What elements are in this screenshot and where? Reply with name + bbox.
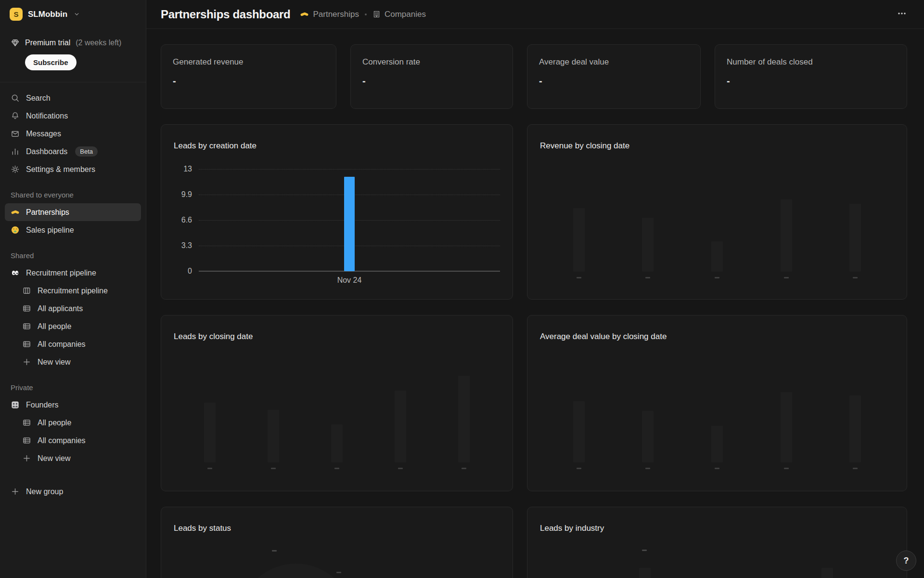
sidebar-item-founders[interactable]: Founders: [5, 396, 141, 414]
data-bar: [344, 177, 355, 271]
placeholder-bar: [573, 208, 585, 272]
workspace-switcher[interactable]: S SLMobbin: [0, 0, 146, 28]
placeholder-dash: [645, 277, 650, 278]
chevron-down-icon: [74, 11, 80, 17]
dashboard-content: Generated revenue-Conversion rate-Averag…: [146, 29, 924, 578]
sidebar-item-new-view[interactable]: New view: [16, 353, 141, 371]
table-icon: [22, 340, 31, 349]
placeholder-donut: [238, 564, 354, 578]
sidebar-item-settings-members[interactable]: Settings & members: [5, 160, 141, 178]
handshake-icon: [11, 208, 20, 217]
placeholder-bar: [849, 204, 861, 272]
placeholder-bar: [268, 410, 279, 462]
y-axis-tick: 6.6: [161, 216, 192, 224]
building-icon: [372, 10, 381, 18]
placeholder-bar: [639, 568, 651, 578]
board-icon: [22, 286, 31, 295]
placeholder-dash: [715, 468, 719, 469]
placeholder-dash: [645, 468, 650, 469]
placeholder-bar: [204, 403, 216, 462]
chart-title: Leads by industry: [540, 524, 604, 533]
page-title: Partnerships dashboard: [161, 8, 290, 21]
money-face-icon: [11, 225, 20, 235]
section-items: Recruitment pipelineRecruitment pipeline…: [0, 264, 146, 371]
sidebar-item-label: Search: [26, 94, 51, 103]
sidebar-item-messages[interactable]: Messages: [5, 125, 141, 143]
ellipsis-icon: [897, 9, 907, 20]
sidebar-item-recruitment-pipeline[interactable]: Recruitment pipeline: [16, 282, 141, 300]
placeholder-bar: [821, 568, 833, 578]
sidebar-item-label: Dashboards: [26, 147, 67, 156]
new-group-button[interactable]: New group: [5, 483, 141, 500]
chart-card-leads-by-creation-date: Leads by creation date 139.96.63.30Nov 2…: [161, 124, 513, 300]
founders-icon: [11, 400, 20, 409]
new-group-label: New group: [26, 487, 63, 496]
chart-card-leads-by-closing-date: Leads by closing date: [161, 315, 513, 491]
metric-label: Conversion rate: [362, 57, 501, 67]
sidebar-item-label: Founders: [26, 401, 59, 409]
sidebar-item-label: Messages: [26, 130, 61, 138]
y-axis-tick: 0: [161, 267, 192, 276]
chart-card-average-deal-value-by-closing-date: Average deal value by closing date: [527, 315, 907, 491]
metric-card-generated-revenue: Generated revenue-: [161, 44, 336, 109]
trial-title: Premium trial: [25, 39, 70, 47]
more-options-button[interactable]: [894, 6, 910, 23]
sidebar-item-search[interactable]: Search: [5, 89, 141, 107]
gridline: [199, 169, 500, 170]
sidebar-item-dashboards[interactable]: DashboardsBeta: [5, 143, 141, 160]
workspace-logo: S: [10, 8, 23, 21]
sidebar-item-all-companies[interactable]: All companies: [16, 335, 141, 353]
sidebar-item-notifications[interactable]: Notifications: [5, 107, 141, 125]
y-axis-tick: 9.9: [161, 190, 192, 199]
sidebar-item-all-companies[interactable]: All companies: [16, 432, 141, 449]
placeholder-dash: [715, 277, 719, 278]
primary-nav: SearchNotificationsMessagesDashboardsBet…: [0, 82, 146, 178]
sidebar-item-label: All companies: [38, 340, 86, 349]
bar-chart: 139.96.63.30Nov 24: [161, 125, 513, 299]
gear-icon: [11, 165, 20, 174]
sidebar-item-all-applicants[interactable]: All applicants: [16, 300, 141, 317]
section-items: PartnershipsSales pipeline: [0, 203, 146, 239]
sidebar-item-label: Sales pipeline: [26, 226, 74, 235]
x-axis-label: Nov 24: [337, 276, 362, 285]
metric-card-number-of-deals-closed: Number of deals closed-: [715, 44, 907, 109]
metric-value: -: [173, 76, 324, 87]
placeholder-dash: [853, 277, 858, 278]
sidebar-item-new-view[interactable]: New view: [16, 449, 141, 467]
placeholder-dash: [272, 550, 277, 552]
workspace-name: SLMobbin: [28, 10, 67, 19]
chart-title: Leads by status: [174, 524, 231, 533]
bar-chart-placeholder: [527, 125, 907, 299]
donut-chart-placeholder: [161, 507, 513, 578]
section-header-shared-to-everyone: Shared to everyone: [0, 178, 146, 203]
sidebar-item-all-people[interactable]: All people: [16, 317, 141, 335]
bar-chart-placeholder: [527, 507, 907, 578]
dashboards-icon: [11, 147, 20, 156]
sidebar-item-partnerships[interactable]: Partnerships: [5, 203, 141, 221]
help-button[interactable]: ?: [896, 551, 916, 571]
beta-badge: Beta: [75, 146, 98, 157]
sidebar-item-recruitment-pipeline[interactable]: Recruitment pipeline: [5, 264, 141, 282]
placeholder-bar: [642, 218, 654, 272]
sidebar-item-all-people[interactable]: All people: [16, 414, 141, 432]
gem-icon: [11, 38, 20, 47]
metric-card-conversion-rate: Conversion rate-: [350, 44, 513, 109]
metric-value: -: [362, 76, 501, 87]
plus-icon: [22, 454, 31, 463]
placeholder-dash: [271, 468, 276, 469]
breadcrumb-partnerships[interactable]: Partnerships: [300, 10, 359, 19]
placeholder-bar: [395, 391, 406, 462]
placeholder-dash: [207, 468, 212, 469]
section-items: FoundersAll peopleAll companiesNew view: [0, 396, 146, 467]
sidebar-sections: Shared to everyonePartnershipsSales pipe…: [0, 178, 146, 467]
placeholder-dash: [784, 277, 789, 278]
mail-icon: [11, 129, 20, 138]
eyes-icon: [11, 268, 20, 277]
bar-chart-placeholder: [161, 315, 513, 491]
sidebar-item-label: Partnerships: [26, 208, 69, 217]
chart-title: Leads by creation date: [174, 141, 257, 151]
subscribe-button[interactable]: Subscribe: [25, 54, 77, 70]
breadcrumb-companies[interactable]: Companies: [372, 10, 426, 19]
sidebar-item-sales-pipeline[interactable]: Sales pipeline: [5, 221, 141, 239]
new-group-wrap: New group: [0, 476, 146, 500]
